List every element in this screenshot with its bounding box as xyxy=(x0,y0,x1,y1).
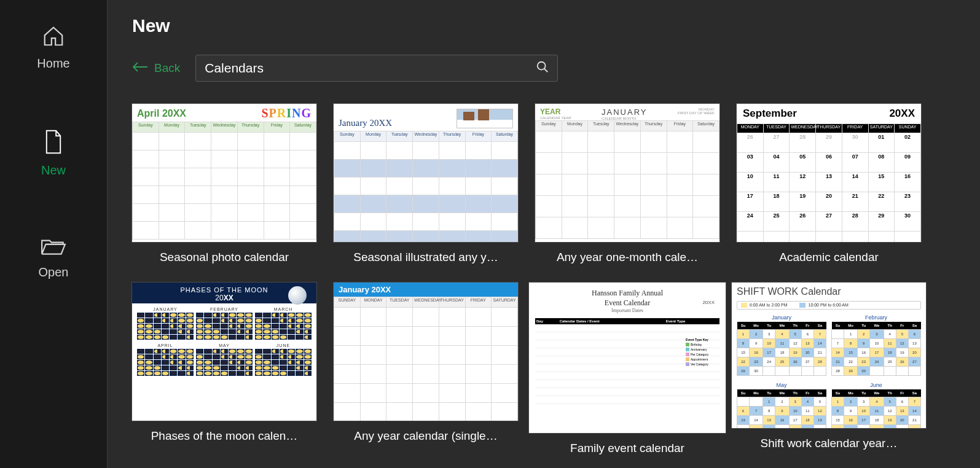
template-thumbnail: YEARCALENDAR YEAR JANUARYCALENDAR MONTH … xyxy=(535,104,719,242)
toolbar: Back xyxy=(132,55,955,82)
home-icon xyxy=(41,25,66,48)
sidebar-item-label: New xyxy=(41,163,66,177)
sidebar-item-open[interactable]: Open xyxy=(39,236,69,279)
page-title: New xyxy=(132,15,955,36)
template-card-any-year-one-month[interactable]: YEARCALENDAR YEAR JANUARYCALENDAR MONTH … xyxy=(535,104,719,264)
template-caption: Any year one-month cale… xyxy=(557,251,698,264)
template-caption: Shift work calendar year… xyxy=(761,437,898,450)
back-button[interactable]: Back xyxy=(132,61,180,76)
template-thumbnail: September 20XX MONDAYTUESDAYWEDNESDAYTHU… xyxy=(737,104,921,242)
template-grid: April 20XX SPRING SundayMondayTuesdayWed… xyxy=(132,104,955,455)
template-caption: Phases of the moon calen… xyxy=(151,429,298,443)
back-label: Back xyxy=(154,61,180,75)
search-input[interactable] xyxy=(195,55,558,82)
template-thumbnail: Hansson Family AnnualEvent Calendar Impo… xyxy=(529,283,726,433)
template-caption: Seasonal photo calendar xyxy=(160,251,289,264)
sidebar: Home New Open xyxy=(0,0,108,468)
template-thumbnail: April 20XX SPRING SundayMondayTuesdayWed… xyxy=(132,104,316,242)
open-folder-icon xyxy=(40,236,67,257)
sidebar-item-label: Open xyxy=(39,265,69,279)
template-caption: Seasonal illustrated any y… xyxy=(353,251,498,264)
template-card-any-year-single-month[interactable]: January 20XX SUNDAYMONDAYTUESDAYWEDNESDA… xyxy=(334,283,518,455)
sidebar-item-new[interactable]: New xyxy=(41,129,66,177)
spring-banner: SPRING xyxy=(261,106,312,120)
illustration-icon xyxy=(457,109,513,128)
template-thumbnail: January 20XX SundayMondayTuesdayWednesda… xyxy=(334,104,518,242)
template-thumbnail: SHIFT WORK Calendar 6:00 AM to 2:00 PM10… xyxy=(732,283,926,428)
template-card-family-event[interactable]: Hansson Family AnnualEvent Calendar Impo… xyxy=(535,283,719,455)
template-caption: Academic calendar xyxy=(779,251,879,264)
template-card-seasonal-illustrated[interactable]: January 20XX SundayMondayTuesdayWednesda… xyxy=(334,104,518,264)
template-card-academic[interactable]: September 20XX MONDAYTUESDAYWEDNESDAYTHU… xyxy=(737,104,921,264)
app-root: Home New Open New xyxy=(0,0,980,468)
new-document-icon xyxy=(43,129,64,155)
back-arrow-icon xyxy=(132,61,148,76)
template-card-seasonal-photo[interactable]: April 20XX SPRING SundayMondayTuesdayWed… xyxy=(132,104,316,264)
template-thumbnail: January 20XX SUNDAYMONDAYTUESDAYWEDNESDA… xyxy=(334,283,518,421)
sidebar-item-label: Home xyxy=(37,57,69,71)
template-card-moon-phases[interactable]: PHASES OF THE MOON 20XX JANUARYFEBRUARYM… xyxy=(132,283,316,455)
search-field-wrap xyxy=(195,55,558,82)
template-thumbnail: PHASES OF THE MOON 20XX JANUARYFEBRUARYM… xyxy=(132,283,316,421)
template-caption: Family event calendar xyxy=(570,442,684,455)
template-caption: Any year calendar (single… xyxy=(354,429,497,443)
template-card-shift-work[interactable]: SHIFT WORK Calendar 6:00 AM to 2:00 PM10… xyxy=(737,283,921,455)
svg-point-0 xyxy=(538,62,546,70)
search-icon[interactable] xyxy=(536,60,549,76)
sidebar-item-home[interactable]: Home xyxy=(37,25,69,71)
main-panel: New Back xyxy=(108,0,980,468)
